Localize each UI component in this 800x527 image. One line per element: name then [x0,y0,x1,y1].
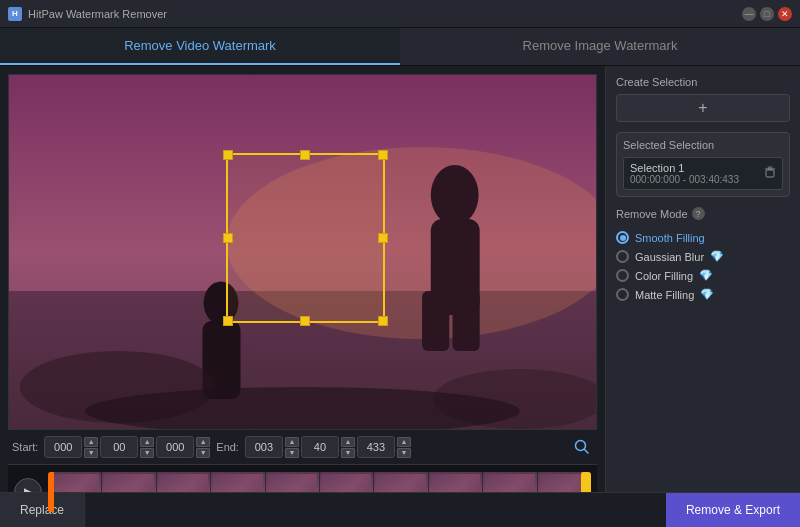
end-milliseconds-up[interactable]: ▲ [397,437,411,447]
selection-time: 000:00:000 - 003:40:433 [630,174,739,185]
create-selection-section: Create Selection + [616,76,790,122]
end-hours-spinner[interactable]: ▲ ▼ [285,437,299,458]
end-time-group: ▲ ▼ ▲ ▼ ▲ ▼ [245,436,411,458]
start-label: Start: [12,441,38,453]
mode-color-label: Color Filling [635,270,693,282]
handle-top-right[interactable] [378,150,388,160]
handle-top-middle[interactable] [300,150,310,160]
bottom-bar: Replace Remove & Export [0,492,800,527]
svg-point-3 [431,165,479,225]
mode-matte-radio[interactable] [616,288,629,301]
end-minutes-up[interactable]: ▲ [341,437,355,447]
watermark-selection-box[interactable] [226,153,384,323]
start-hours-up[interactable]: ▲ [84,437,98,447]
tab-remove-video[interactable]: Remove Video Watermark [0,28,400,65]
mode-gaussian-blur[interactable]: Gaussian Blur 💎 [616,247,790,266]
end-hours-input[interactable] [245,436,283,458]
svg-line-13 [585,450,589,454]
svg-rect-16 [768,167,772,169]
mode-color-filling[interactable]: Color Filling 💎 [616,266,790,285]
mode-gaussian-label: Gaussian Blur [635,251,704,263]
start-time-group: ▲ ▼ ▲ ▼ ▲ ▼ [44,436,210,458]
title-bar: H HitPaw Watermark Remover — □ ✕ [0,0,800,28]
video-background [9,75,596,429]
end-minutes-spinner[interactable]: ▲ ▼ [341,437,355,458]
app-icon: H [8,7,22,21]
handle-bottom-left[interactable] [223,316,233,326]
mode-smooth-radio[interactable] [616,231,629,244]
tab-bar: Remove Video Watermark Remove Image Wate… [0,28,800,66]
trash-icon [764,166,776,178]
start-seconds-down[interactable]: ▼ [196,448,210,458]
selection-info: Selection 1 000:00:000 - 003:40:433 [630,162,739,185]
handle-top-left[interactable] [223,150,233,160]
title-bar-controls: — □ ✕ [742,7,792,21]
right-panel: Create Selection + Selected Selection Se… [605,66,800,527]
premium-icon-color: 💎 [699,269,713,282]
mode-matte-filling[interactable]: Matte Filling 💎 [616,285,790,304]
end-milliseconds-spinner[interactable]: ▲ ▼ [397,437,411,458]
main-layout: Start: ▲ ▼ ▲ ▼ ▲ ▼ End: [0,66,800,527]
end-hours-down[interactable]: ▼ [285,448,299,458]
start-hours-input[interactable] [44,436,82,458]
end-milliseconds-input[interactable] [357,436,395,458]
start-hours-down[interactable]: ▼ [84,448,98,458]
replace-button[interactable]: Replace [0,493,85,528]
app-title: HitPaw Watermark Remover [28,8,167,20]
end-milliseconds-down[interactable]: ▼ [397,448,411,458]
start-seconds-up[interactable]: ▲ [196,437,210,447]
help-icon[interactable]: ? [692,207,705,220]
svg-rect-14 [766,170,774,177]
handle-bottom-middle[interactable] [300,316,310,326]
start-minutes-input[interactable] [100,436,138,458]
start-hours-spinner[interactable]: ▲ ▼ [84,437,98,458]
selection-name: Selection 1 [630,162,739,174]
selected-selection-title: Selected Selection [623,139,783,151]
create-selection-button[interactable]: + [616,94,790,122]
handle-middle-right[interactable] [378,233,388,243]
video-panel: Start: ▲ ▼ ▲ ▼ ▲ ▼ End: [0,66,605,527]
svg-rect-6 [453,291,480,351]
end-minutes-down[interactable]: ▼ [341,448,355,458]
end-hours-up[interactable]: ▲ [285,437,299,447]
handle-bottom-right[interactable] [378,316,388,326]
search-icon [574,439,590,455]
end-label: End: [216,441,239,453]
premium-icon-gaussian: 💎 [710,250,724,263]
start-seconds-input[interactable] [156,436,194,458]
title-bar-left: H HitPaw Watermark Remover [8,7,167,21]
start-minutes-spinner[interactable]: ▲ ▼ [140,437,154,458]
mode-color-radio[interactable] [616,269,629,282]
mode-smooth-label: Smooth Filling [635,232,705,244]
close-button[interactable]: ✕ [778,7,792,21]
search-frame-button[interactable] [571,436,593,458]
maximize-button[interactable]: □ [760,7,774,21]
remove-mode-section: Remove Mode ? Smooth Filling Gaussian Bl… [616,207,790,517]
mode-smooth-filling[interactable]: Smooth Filling [616,228,790,247]
start-seconds-spinner[interactable]: ▲ ▼ [196,437,210,458]
tab-remove-image[interactable]: Remove Image Watermark [400,28,800,65]
create-selection-title: Create Selection [616,76,790,88]
create-selection-plus-icon: + [698,99,707,117]
start-minutes-up[interactable]: ▲ [140,437,154,447]
mode-gaussian-radio[interactable] [616,250,629,263]
start-minutes-down[interactable]: ▼ [140,448,154,458]
premium-icon-matte: 💎 [700,288,714,301]
selection-item-1: Selection 1 000:00:000 - 003:40:433 [623,157,783,190]
selected-selection-section: Selected Selection Selection 1 000:00:00… [616,132,790,197]
svg-rect-5 [422,291,449,351]
export-button[interactable]: Remove & Export [666,493,800,528]
video-container [8,74,597,430]
minimize-button[interactable]: — [742,7,756,21]
remove-mode-title: Remove Mode ? [616,207,790,220]
timeline-progress-indicator [48,472,54,512]
delete-selection-button[interactable] [764,166,776,181]
time-controls: Start: ▲ ▼ ▲ ▼ ▲ ▼ End: [8,430,597,464]
end-minutes-input[interactable] [301,436,339,458]
mode-matte-label: Matte Filling [635,289,694,301]
handle-middle-left[interactable] [223,233,233,243]
